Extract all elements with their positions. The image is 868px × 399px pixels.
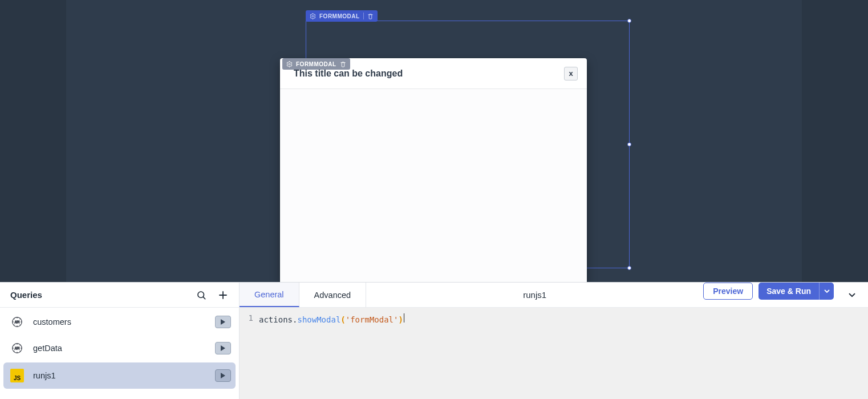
trash-icon[interactable] bbox=[340, 61, 347, 67]
search-icon[interactable] bbox=[193, 287, 209, 303]
gear-icon bbox=[286, 61, 293, 67]
gear-icon bbox=[309, 13, 316, 19]
code-gutter: 1 bbox=[240, 313, 259, 399]
token-paren-open: ( bbox=[340, 315, 345, 324]
svg-marker-14 bbox=[221, 373, 225, 378]
js-badge: JS bbox=[10, 369, 24, 382]
form-modal[interactable]: This title can be changed x bbox=[280, 58, 587, 282]
resize-handle-mr[interactable] bbox=[627, 143, 631, 147]
canvas-gutter-right bbox=[802, 0, 868, 282]
tab-general[interactable]: General bbox=[240, 283, 299, 307]
component-tag-formmodal-outer[interactable]: FORMMODAL bbox=[306, 10, 378, 22]
run-query-button[interactable] bbox=[215, 342, 231, 354]
api-icon: API bbox=[10, 341, 24, 355]
add-query-button[interactable] bbox=[215, 287, 231, 303]
token-dot: . bbox=[293, 315, 297, 324]
queries-title: Queries bbox=[10, 290, 188, 300]
svg-marker-13 bbox=[221, 345, 225, 351]
text-cursor bbox=[404, 313, 404, 323]
component-tag-label: FORMMODAL bbox=[319, 13, 360, 19]
js-icon: JS bbox=[10, 369, 24, 382]
queries-sidebar: Queries API customers API bbox=[0, 283, 240, 399]
query-list: API customers API getData JS bbox=[0, 308, 239, 399]
editor-side: General Advanced runjs1 Preview Save & R… bbox=[240, 283, 868, 399]
editor-header-center: runjs1 bbox=[366, 283, 703, 307]
code-content[interactable]: actions.showModal('formModal') bbox=[259, 313, 404, 399]
modal-body[interactable] bbox=[280, 89, 587, 282]
canvas-gutter-left bbox=[0, 0, 66, 282]
tag-separator bbox=[363, 13, 364, 19]
run-query-button[interactable] bbox=[215, 316, 231, 328]
token-paren-close: ) bbox=[398, 315, 403, 324]
save-run-label[interactable]: Save & Run bbox=[759, 283, 819, 300]
chevron-down-icon[interactable] bbox=[819, 283, 834, 300]
bottom-panel: Queries API customers API bbox=[0, 282, 868, 399]
query-item-customers[interactable]: API customers bbox=[0, 309, 239, 335]
line-number: 1 bbox=[240, 313, 253, 323]
svg-text:API: API bbox=[15, 346, 20, 350]
token-method: showModal bbox=[297, 315, 340, 324]
resize-handle-br[interactable] bbox=[627, 266, 631, 270]
editor-header: General Advanced runjs1 Preview Save & R… bbox=[240, 283, 868, 308]
svg-text:API: API bbox=[15, 320, 20, 324]
modal-title: This title can be changed bbox=[294, 68, 403, 79]
trash-icon[interactable] bbox=[367, 13, 374, 19]
query-name: runjs1 bbox=[33, 371, 206, 380]
tab-advanced[interactable]: Advanced bbox=[299, 283, 367, 307]
component-tag-formmodal-inner[interactable]: FORMMODAL bbox=[282, 58, 350, 70]
resize-handle-tr[interactable] bbox=[627, 19, 631, 23]
token-string: 'formModal' bbox=[346, 315, 399, 324]
svg-line-3 bbox=[203, 297, 205, 299]
code-line[interactable]: actions.showModal('formModal') bbox=[259, 313, 404, 324]
queries-header: Queries bbox=[0, 283, 239, 308]
canvas-area[interactable]: FORMMODAL FORMMODAL This title can be ch… bbox=[0, 0, 868, 282]
current-query-name[interactable]: runjs1 bbox=[523, 290, 546, 300]
modal-close-button[interactable]: x bbox=[564, 67, 578, 80]
query-item-getdata[interactable]: API getData bbox=[0, 335, 239, 361]
token-object: actions bbox=[259, 315, 293, 324]
svg-point-0 bbox=[312, 15, 314, 17]
component-tag-label: FORMMODAL bbox=[296, 61, 336, 67]
code-editor[interactable]: 1 actions.showModal('formModal') bbox=[240, 308, 868, 399]
preview-button[interactable]: Preview bbox=[703, 283, 753, 300]
save-run-button[interactable]: Save & Run bbox=[759, 283, 834, 300]
query-name: getData bbox=[33, 344, 206, 353]
run-query-button[interactable] bbox=[215, 369, 231, 382]
svg-marker-9 bbox=[221, 319, 225, 325]
query-item-runjs1[interactable]: JS runjs1 bbox=[3, 362, 236, 389]
query-name: customers bbox=[33, 317, 206, 327]
chevron-down-icon[interactable] bbox=[844, 287, 860, 303]
svg-point-1 bbox=[289, 63, 290, 65]
api-icon: API bbox=[10, 315, 24, 329]
